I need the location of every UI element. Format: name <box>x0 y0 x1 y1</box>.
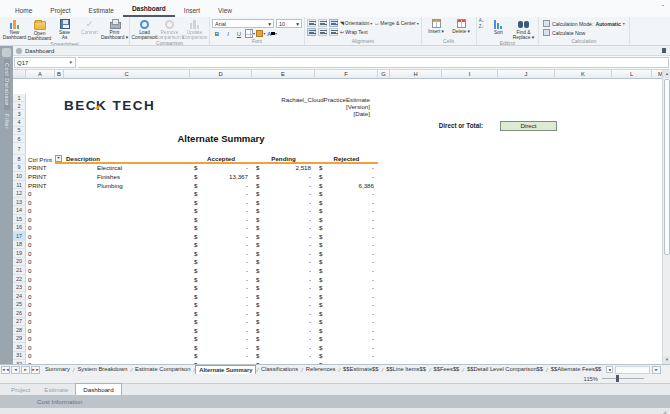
spacer-cell[interactable] <box>55 300 64 309</box>
spacer-cell[interactable] <box>55 224 64 233</box>
print-flag-cell[interactable]: 0 <box>26 198 55 207</box>
column-header-B[interactable]: B <box>55 70 64 79</box>
chevron-down-icon[interactable]: ▾ <box>417 21 419 26</box>
spacer-cell[interactable] <box>55 232 64 241</box>
ribbon-tab-dashboard[interactable]: Dashboard <box>123 2 175 17</box>
money-cell[interactable]: $- <box>190 164 252 173</box>
description-cell[interactable] <box>64 224 190 233</box>
wrap-text-button[interactable]: ↩Wrap Text <box>340 29 368 35</box>
column-header-K[interactable]: K <box>555 70 612 79</box>
new-dashboard-button[interactable]: New Dashboard <box>2 18 27 40</box>
description-cell[interactable] <box>64 258 190 267</box>
money-cell[interactable]: $2,518 <box>252 164 315 173</box>
description-cell[interactable] <box>64 266 190 275</box>
row-header-14[interactable]: 14 <box>13 206 26 215</box>
chevron-down-icon[interactable]: ▼ <box>69 60 73 65</box>
money-cell[interactable]: $- <box>252 275 315 284</box>
spacer-cell[interactable] <box>55 335 64 344</box>
doc-tab-dashboard[interactable]: Dashboard <box>75 383 121 395</box>
row-header-28[interactable]: 28 <box>13 326 26 335</box>
money-cell[interactable]: $- <box>252 249 315 258</box>
money-cell[interactable]: $- <box>252 232 315 241</box>
print-flag-cell[interactable]: 0 <box>26 189 55 198</box>
print-flag-cell[interactable]: PRINT <box>26 164 55 173</box>
money-cell[interactable]: $- <box>190 224 252 233</box>
print-flag-cell[interactable]: 0 <box>26 241 55 250</box>
spacer-cell[interactable] <box>55 283 64 292</box>
chevron-down-icon[interactable]: ▾ <box>268 21 271 27</box>
sheet-nav-last-button[interactable]: ►► <box>31 366 40 374</box>
print-flag-cell[interactable]: 0 <box>26 206 55 215</box>
row-header-27[interactable]: 27 <box>13 318 26 327</box>
money-cell[interactable]: $- <box>315 266 378 275</box>
money-cell[interactable]: $- <box>190 335 252 344</box>
description-cell[interactable] <box>64 241 190 250</box>
print-flag-cell[interactable]: 0 <box>26 215 55 224</box>
row-header-4[interactable]: 4 <box>13 119 26 127</box>
column-header-L[interactable]: L <box>612 70 652 79</box>
money-cell[interactable]: $- <box>190 266 252 275</box>
align-top-button[interactable] <box>307 19 316 27</box>
money-cell[interactable]: $- <box>315 232 378 241</box>
money-cell[interactable]: $- <box>315 300 378 309</box>
money-cell[interactable]: $- <box>190 275 252 284</box>
description-cell[interactable]: Plumbing <box>64 181 190 190</box>
row-header-22[interactable]: 22 <box>13 275 26 284</box>
pending-header-cell[interactable]: Pending <box>252 155 315 164</box>
description-cell[interactable] <box>64 283 190 292</box>
sort-button[interactable]: Sort <box>486 18 511 35</box>
row-header-5[interactable]: 5 <box>13 127 26 135</box>
money-cell[interactable]: $- <box>252 292 315 301</box>
money-cell[interactable]: $- <box>315 198 378 207</box>
ribbon-tab-view[interactable]: View <box>209 4 241 17</box>
description-header-cell[interactable]: Description <box>64 155 190 164</box>
money-cell[interactable]: $- <box>190 249 252 258</box>
print-flag-cell[interactable]: 0 <box>26 352 55 361</box>
font-size-select[interactable]: 10▾ <box>276 19 302 28</box>
money-cell[interactable]: $- <box>315 241 378 250</box>
column-header-D[interactable]: D <box>190 70 252 79</box>
calculation-mode-button[interactable]: Calculation Mode:Automatic▾ <box>543 20 625 27</box>
spacer-cell[interactable] <box>55 164 64 173</box>
description-cell[interactable] <box>64 215 190 224</box>
row-header-18[interactable]: 18 <box>13 241 26 250</box>
money-cell[interactable]: $- <box>315 258 378 267</box>
spacer-cell[interactable] <box>55 318 64 327</box>
sheet-tab-system-breakdown[interactable]: System Breakdown <box>74 365 130 374</box>
sheet-tab--fees-[interactable]: $$Fees$$ <box>431 365 463 374</box>
print-flag-cell[interactable]: 0 <box>26 318 55 327</box>
print-flag-cell[interactable]: 0 <box>26 292 55 301</box>
column-header-C[interactable]: C <box>64 70 190 79</box>
spacer-cell[interactable] <box>55 198 64 207</box>
description-cell[interactable] <box>64 309 190 318</box>
cell-name-box[interactable]: Q17 ▼ <box>14 57 76 68</box>
row-header-30[interactable]: 30 <box>13 343 26 352</box>
sheet-tab-summary[interactable]: Summary <box>42 365 73 374</box>
spacer-cell[interactable] <box>55 326 64 335</box>
money-cell[interactable]: $- <box>252 283 315 292</box>
zoom-slider[interactable] <box>602 378 644 379</box>
money-cell[interactable]: $- <box>190 215 252 224</box>
description-cell[interactable] <box>64 292 190 301</box>
money-cell[interactable]: $- <box>190 318 252 327</box>
print-flag-cell[interactable]: 0 <box>26 326 55 335</box>
row-header-9[interactable]: 9 <box>13 164 26 173</box>
fill-color-button[interactable]: ▾ <box>256 29 266 38</box>
spacer-cell[interactable] <box>55 309 64 318</box>
description-cell[interactable] <box>64 275 190 284</box>
print-flag-cell[interactable]: 0 <box>26 300 55 309</box>
description-cell[interactable] <box>64 198 190 207</box>
chevron-down-icon[interactable]: ▾ <box>263 31 265 36</box>
font-color-button[interactable]: A▾ <box>267 29 277 38</box>
description-cell[interactable] <box>64 232 190 241</box>
money-cell[interactable]: $- <box>315 309 378 318</box>
spacer-cell[interactable] <box>55 181 64 190</box>
money-cell[interactable]: $- <box>315 352 378 361</box>
money-cell[interactable]: $- <box>315 249 378 258</box>
print-flag-cell[interactable]: 0 <box>26 224 55 233</box>
borders-button[interactable]: ▾ <box>245 29 255 38</box>
money-cell[interactable]: $- <box>190 181 252 190</box>
money-cell[interactable]: $- <box>190 283 252 292</box>
print-flag-cell[interactable]: 0 <box>26 249 55 258</box>
money-cell[interactable]: $- <box>252 206 315 215</box>
